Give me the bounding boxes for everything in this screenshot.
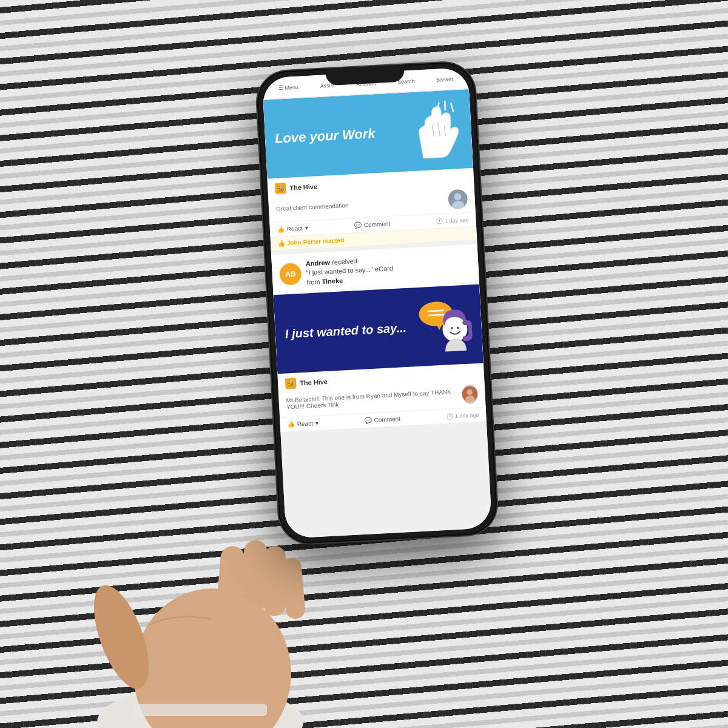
- clock-icon-1: 🕐: [436, 218, 443, 224]
- character-illustration: [410, 291, 474, 361]
- card-source-1: The Hive: [289, 183, 317, 191]
- banner-say: I just wanted to say...: [274, 285, 484, 374]
- hive-icon-2: 🐝: [285, 378, 297, 389]
- banner-love-work: Love your Work: [263, 89, 473, 179]
- banner-say-text: I just wanted to say...: [285, 320, 411, 342]
- avatar-2: [462, 384, 478, 404]
- andrew-info: Andrew received "I just wanted to say...…: [306, 255, 394, 288]
- card-source-2: The Hive: [300, 378, 328, 386]
- svg-rect-8: [133, 704, 267, 716]
- nav-menu[interactable]: ☰ Menu: [278, 84, 298, 92]
- comment-icon-2: 💬: [364, 417, 372, 424]
- post-card-2: AB Andrew received "I just wanted to say…: [271, 244, 487, 433]
- comment-icon-1: 💬: [354, 222, 362, 229]
- outer-wrap: ☰ Menu Assist Account Search Basket: [127, 30, 601, 698]
- svg-line-10: [445, 101, 445, 110]
- phone-frame: ☰ Menu Assist Account Search Basket: [255, 61, 498, 545]
- svg-line-11: [451, 103, 453, 111]
- react-icon-1: 👍: [277, 226, 285, 233]
- menu-icon: ☰: [278, 84, 284, 91]
- svg-marker-21: [436, 324, 443, 331]
- comment-btn-1[interactable]: 💬 Comment: [354, 220, 391, 229]
- timestamp-1: 🕐 1 day ago: [436, 217, 469, 224]
- nav-basket[interactable]: Basket: [436, 76, 453, 83]
- clock-icon-2: 🕐: [447, 413, 454, 420]
- svg-line-19: [428, 311, 443, 311]
- avatar-1: [448, 189, 468, 209]
- hive-icon-1: 🐝: [275, 183, 286, 194]
- andrew-avatar: AB: [279, 263, 302, 286]
- svg-rect-6: [264, 546, 286, 616]
- svg-line-20: [429, 315, 443, 315]
- comment-btn-2[interactable]: 💬 Comment: [364, 416, 400, 424]
- react-btn-1[interactable]: 👍 React ▾: [277, 224, 309, 233]
- feed: Love your Work: [263, 89, 492, 539]
- react-btn-2[interactable]: 👍 React ▾: [287, 420, 318, 428]
- banner-text: Love your Work: [274, 124, 407, 147]
- svg-rect-7: [281, 558, 306, 619]
- highfive-illustration: [405, 99, 463, 163]
- phone-screen: ☰ Menu Assist Account Search Basket: [262, 67, 492, 539]
- post-card-1: Love your Work: [263, 89, 477, 250]
- react-icon-2: 👍: [287, 421, 295, 428]
- card-comment-text-2: Mr Belaich!!! This one is from Ryan and …: [286, 388, 462, 410]
- svg-rect-5: [241, 539, 268, 616]
- card-comment-text-1: Great client commendation: [276, 201, 349, 212]
- timestamp-2: 🕐 1 day ago: [447, 412, 479, 420]
